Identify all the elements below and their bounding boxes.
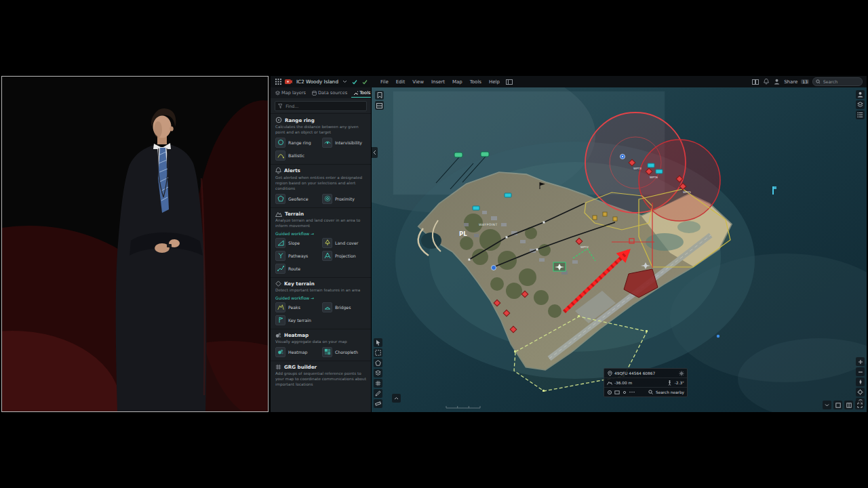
wpt-tag-3: WPT2: [580, 245, 589, 249]
title-chevron-down-icon[interactable]: [341, 78, 349, 85]
share-count-badge: 13: [801, 79, 809, 84]
tool-route[interactable]: Route: [275, 264, 319, 274]
tool-intervisibility[interactable]: Intervisibility: [322, 138, 366, 148]
tab-tools[interactable]: Tools: [351, 88, 372, 98]
map-canvas[interactable]: PL WAYPOINT WPT5 WPT3 WPT6 WPT2: [372, 87, 867, 412]
elevation-icon: [607, 381, 612, 385]
sidebar-collapse-handle[interactable]: [372, 147, 378, 158]
heatmap-icon: [275, 347, 285, 357]
tool-choropleth[interactable]: Choropleth: [322, 347, 366, 357]
target-icon[interactable]: [607, 390, 612, 395]
polygon-draw-icon[interactable]: [374, 359, 382, 367]
split-view-icon[interactable]: [844, 401, 853, 409]
more-ellipsis-icon[interactable]: [629, 391, 635, 393]
search-nearby-button[interactable]: Search nearby: [656, 390, 684, 394]
zoom-out-icon[interactable]: [856, 367, 865, 376]
chevron-up-icon[interactable]: [392, 394, 401, 403]
tool-pathways[interactable]: Pathways: [275, 251, 319, 261]
zoom-in-icon[interactable]: [856, 357, 865, 366]
menu-bar: File Edit View Insert Map Tools Help: [377, 78, 503, 86]
filter-icon: [278, 104, 282, 108]
fullscreen-icon[interactable]: [855, 401, 864, 409]
tool-projection[interactable]: Projection: [322, 251, 366, 261]
tool-heatmap[interactable]: Heatmap: [275, 347, 319, 357]
section-desc: Analyze terrain and land cover in an are…: [275, 218, 366, 229]
tool-label: Key terrain: [288, 318, 311, 323]
layout-icon[interactable]: [506, 78, 513, 85]
panels-icon[interactable]: [751, 78, 759, 85]
ballistic-icon: [275, 150, 285, 161]
bookmark-icon[interactable]: [375, 91, 384, 100]
land-cover-icon: [322, 238, 332, 248]
menu-edit[interactable]: Edit: [393, 78, 409, 86]
range-ring-icon: [275, 138, 285, 148]
marquee-select-icon[interactable]: [374, 348, 382, 357]
crosshair-icon[interactable]: [856, 388, 865, 396]
tool-ballistic[interactable]: Ballistic: [275, 150, 319, 161]
menu-help[interactable]: Help: [486, 78, 503, 86]
tool-label: Geofence: [288, 197, 309, 201]
search-input[interactable]: [822, 79, 859, 85]
tool-slope[interactable]: Slope: [275, 238, 319, 248]
record-camera-icon[interactable]: [285, 78, 292, 85]
section-desc: Calculates the distance between any give…: [275, 125, 366, 136]
document-title[interactable]: IC2 Woody Island: [296, 79, 338, 85]
user-presence-icon[interactable]: [856, 90, 865, 99]
menu-view[interactable]: View: [409, 78, 427, 86]
presenter-video: [1, 76, 269, 412]
share-button[interactable]: Share: [784, 79, 797, 85]
layers-icon: [275, 91, 280, 96]
section-terrain: Terrain Analyze terrain and land cover i…: [271, 207, 371, 277]
app-content: Map layers Data sources Tools: [271, 87, 867, 412]
find-field[interactable]: [275, 101, 367, 111]
minimize-panel-icon[interactable]: [833, 401, 842, 409]
measure-icon[interactable]: [374, 399, 382, 408]
wrench-icon: [353, 91, 358, 96]
tab-map-layers[interactable]: Map layers: [273, 88, 308, 98]
chevron-down-icon[interactable]: [823, 401, 831, 409]
map-imagery: PL WAYPOINT WPT5 WPT3 WPT6 WPT2: [372, 87, 867, 412]
tool-range-ring[interactable]: Range ring: [275, 138, 319, 148]
menu-map[interactable]: Map: [449, 78, 466, 86]
map-layers-icon[interactable]: [856, 100, 865, 109]
tool-label: Peaks: [288, 305, 300, 310]
section-desc: Get alerted when entities enter a design…: [275, 176, 366, 192]
tool-key-terrain[interactable]: Key terrain: [275, 315, 319, 325]
app-grid-icon[interactable]: [275, 78, 282, 85]
wpt-tag-1: WPT3: [633, 167, 642, 170]
tool-peaks[interactable]: Peaks: [275, 302, 319, 312]
menu-tools[interactable]: Tools: [467, 78, 485, 86]
tool-proximity[interactable]: Proximity: [322, 194, 366, 204]
guided-workflow-link[interactable]: Guided workflow →: [275, 296, 366, 300]
geofence-icon: [275, 194, 285, 204]
avatar-icon[interactable]: [773, 78, 781, 85]
compass-icon[interactable]: [856, 378, 865, 386]
guided-workflow-link[interactable]: Guided workflow →: [275, 231, 366, 236]
search-icon: [816, 79, 820, 84]
cursor-icon[interactable]: [374, 338, 382, 347]
tool-land-cover[interactable]: Land cover: [322, 238, 366, 248]
tool-geofence[interactable]: Geofence: [275, 194, 319, 204]
vessel-track-2: [481, 152, 489, 157]
person-height-icon: [667, 380, 673, 386]
bell-icon[interactable]: [762, 78, 770, 85]
projection-icon: [322, 251, 332, 261]
gear-icon[interactable]: [679, 371, 684, 376]
mgrs-value: 49QFU 44564 60867: [614, 371, 655, 375]
wpt-tag-0: WPT5: [683, 190, 691, 194]
basemap-icon[interactable]: [375, 101, 384, 110]
box-icon[interactable]: [614, 390, 620, 394]
layers-stack-icon[interactable]: [374, 369, 382, 378]
legend-icon[interactable]: [856, 110, 865, 119]
grid-icon[interactable]: [374, 379, 382, 388]
dot-icon[interactable]: [622, 390, 627, 394]
find-input[interactable]: [284, 103, 363, 109]
tool-bridges[interactable]: Bridges: [322, 302, 366, 312]
ear: [170, 126, 174, 131]
pencil-icon[interactable]: [374, 389, 382, 398]
menu-file[interactable]: File: [377, 78, 392, 86]
menu-insert[interactable]: Insert: [428, 78, 448, 86]
phase-line-label: PL: [459, 230, 467, 237]
tab-data-sources[interactable]: Data sources: [310, 88, 349, 98]
global-search[interactable]: [812, 77, 863, 86]
